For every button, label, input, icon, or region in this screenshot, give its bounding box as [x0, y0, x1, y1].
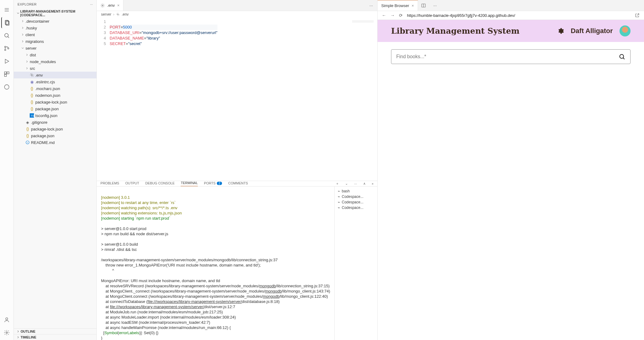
tree-item-label: package.json: [31, 134, 55, 138]
minimap[interactable]: [352, 20, 374, 23]
run-debug-icon[interactable]: [1, 56, 12, 67]
menu-icon[interactable]: [1, 4, 12, 15]
line-number: 1: [97, 19, 106, 25]
tab-terminal[interactable]: TERMINAL: [181, 181, 198, 186]
file-item[interactable]: {}package-lock.json: [14, 126, 96, 132]
terminal-session[interactable]: ⌁Codespace...: [337, 194, 375, 199]
file-item[interactable]: {}package.json: [14, 105, 96, 112]
url-text[interactable]: https://humble-barnacle-4jxp955r7gfjj7v-…: [407, 13, 631, 18]
tab-debug-console[interactable]: DEBUG CONSOLE: [145, 181, 175, 186]
tab-env[interactable]: .env ×: [97, 0, 123, 11]
folder-item[interactable]: client: [14, 31, 96, 38]
terminal-output[interactable]: [nodemon] 3.0.1 [nodemon] to restart at …: [97, 187, 334, 340]
tree-item-label: .husky: [25, 26, 37, 30]
tab-simple-browser[interactable]: Simple Browser ×: [378, 0, 418, 11]
maximize-panel-icon[interactable]: ∧: [363, 182, 366, 186]
github-icon[interactable]: [1, 81, 12, 93]
timeline-section[interactable]: TIMELINE: [14, 334, 96, 340]
code-area[interactable]: PORT=5000 DATABASE_URI="mongodb+srv://us…: [110, 18, 217, 181]
back-icon[interactable]: ←: [382, 13, 386, 18]
terminal-icon: ⌁: [338, 195, 340, 199]
svg-point-14: [5, 85, 9, 89]
term-line: [nodemon] starting `npm run start:prod`: [101, 216, 170, 221]
folder-item[interactable]: server: [14, 45, 96, 51]
file-item[interactable]: ◉.eslintrc.cjs: [14, 78, 96, 85]
terminal-session[interactable]: ⌁Codespace...: [337, 205, 375, 210]
settings-gear-icon[interactable]: [557, 28, 564, 34]
tab-problems[interactable]: PROBLEMS: [100, 181, 119, 186]
code-editor[interactable]: 1 2 3 4 5 PORT=5000 DATABASE_URI="mongod…: [97, 18, 377, 181]
code-val: 5000: [123, 25, 132, 29]
new-terminal-icon[interactable]: ＋: [336, 181, 339, 186]
forward-icon[interactable]: →: [390, 13, 395, 18]
terminal-session-label: Codespace...: [342, 200, 363, 204]
file-item[interactable]: ◈.gitignore: [14, 119, 96, 126]
code-key: PORT: [110, 25, 121, 29]
search-input[interactable]: [396, 54, 619, 59]
breadcrumb-server[interactable]: server: [101, 12, 111, 17]
folder-item[interactable]: .devcontainer: [14, 18, 96, 25]
close-icon[interactable]: ×: [117, 3, 120, 8]
project-root[interactable]: LIBRARY-MANAGEMENT-SYSTEM [CODESPACE...: [14, 9, 96, 18]
explorer-icon[interactable]: [1, 17, 12, 28]
terminal-icon: ⌁: [338, 189, 340, 193]
terminal-session[interactable]: ⌁Codespace...: [337, 199, 375, 205]
close-panel-icon[interactable]: ×: [372, 182, 374, 186]
folder-item[interactable]: dist: [14, 51, 96, 58]
open-external-icon[interactable]: [635, 13, 640, 18]
breadcrumb[interactable]: server › .env: [97, 11, 377, 18]
ts-icon: TS: [29, 113, 35, 118]
panel-tabs: PROBLEMS OUTPUT DEBUG CONSOLE TERMINAL P…: [97, 181, 377, 187]
svg-point-24: [118, 14, 119, 15]
extensions-icon[interactable]: [1, 69, 12, 80]
search-icon[interactable]: [1, 30, 12, 41]
term-line: at async handleMainPromise (node:interna…: [101, 325, 231, 330]
file-item[interactable]: {}package-lock.json: [14, 99, 96, 105]
panel-more-icon[interactable]: ···: [354, 182, 357, 186]
chevron-right-icon: [21, 40, 25, 43]
avatar[interactable]: [620, 25, 631, 36]
folder-item[interactable]: .husky: [14, 25, 96, 31]
close-icon[interactable]: ×: [412, 3, 414, 8]
line-number: 5: [97, 41, 106, 47]
terminal-icon: ⌁: [338, 200, 340, 204]
more-icon[interactable]: ···: [90, 2, 93, 6]
svg-rect-11: [5, 72, 7, 74]
more-icon[interactable]: ···: [429, 3, 441, 8]
split-editor-icon[interactable]: [418, 3, 429, 8]
svg-point-15: [6, 318, 8, 320]
term-line: [nodemon] watching path(s): src/**/*.ts …: [101, 206, 177, 210]
source-control-icon[interactable]: [1, 43, 12, 54]
term-line: [nodemon] watching extensions: ts,js,mjs…: [101, 211, 182, 215]
tree-item-label: README.md: [31, 140, 55, 145]
reload-icon[interactable]: ⟳: [399, 13, 403, 18]
tab-comments[interactable]: COMMENTS: [228, 181, 248, 186]
code-key: DATABASE_URI: [110, 30, 139, 35]
folder-item[interactable]: src: [14, 65, 96, 72]
search-icon[interactable]: [619, 53, 625, 60]
file-item[interactable]: README.md: [14, 139, 96, 146]
settings-gear-icon[interactable]: [1, 327, 12, 338]
breadcrumb-env[interactable]: .env: [122, 12, 129, 17]
term-line: > rimraf ./dist && tsc: [101, 247, 137, 252]
tab-output[interactable]: OUTPUT: [125, 181, 139, 186]
tab-ports[interactable]: PORTS2: [204, 181, 222, 186]
accounts-icon[interactable]: [1, 314, 12, 325]
file-item[interactable]: TStsconfig.json: [14, 112, 96, 119]
json-icon: {}: [29, 107, 35, 111]
svg-marker-10: [5, 59, 9, 63]
file-item[interactable]: {}nodemon.json: [14, 92, 96, 99]
folder-item[interactable]: migrations: [14, 38, 96, 45]
outline-section[interactable]: OUTLINE: [14, 328, 96, 334]
browser-tabbar: Simple Browser × ···: [378, 0, 644, 11]
file-item[interactable]: .env: [14, 72, 96, 78]
folder-item[interactable]: node_modules: [14, 58, 96, 65]
username[interactable]: Daft Alligator: [571, 27, 613, 35]
search-box[interactable]: [391, 49, 631, 64]
split-terminal-icon[interactable]: ⌄: [345, 182, 348, 186]
term-line: ^: [101, 268, 114, 273]
tab-overflow-icon[interactable]: ···: [365, 3, 377, 8]
file-item[interactable]: {}package.json: [14, 132, 96, 139]
terminal-session[interactable]: ⌁bash: [337, 188, 375, 194]
file-item[interactable]: {}.mocharc.json: [14, 85, 96, 92]
